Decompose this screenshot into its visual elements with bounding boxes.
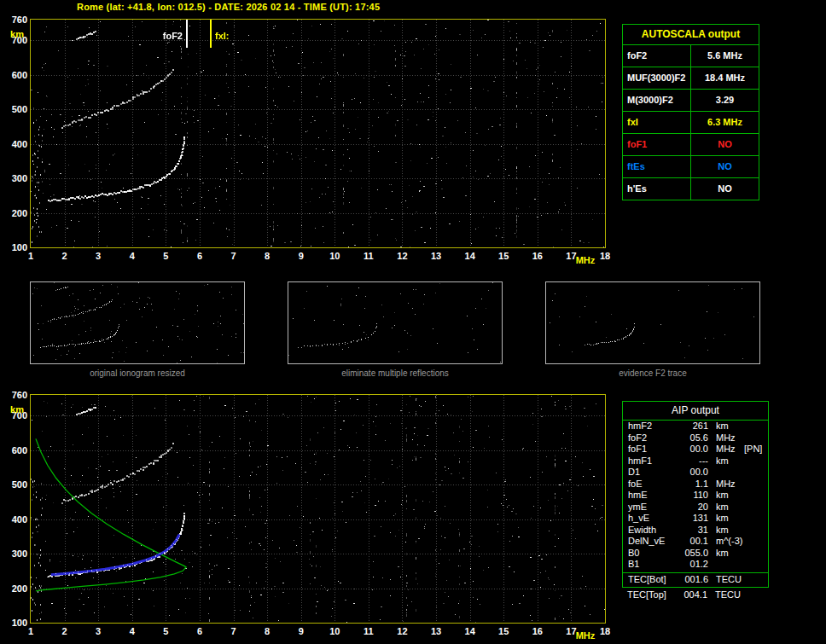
aip-cell: MHz	[708, 432, 744, 444]
autoscala-table-rows: foF25.6 MHzMUF(3000)F218.4 MHzM(3000)F23…	[623, 44, 759, 200]
x-tick-label: 4	[123, 251, 142, 261]
aip-output-table: AIP output hmF2261kmfoF205.6MHzfoF100.0M…	[622, 401, 769, 588]
aip-cell: foF2	[628, 432, 679, 444]
autoscala-table-header: AUTOSCALA output	[623, 25, 759, 44]
y-tick-label: 300	[4, 173, 27, 183]
fxi-marker-label: fxI:	[215, 31, 230, 41]
aip-cell: km	[708, 513, 744, 525]
aip-cell: ---	[679, 455, 708, 467]
autoscala-row-MUF(3000)F2: MUF(3000)F218.4 MHz	[623, 67, 759, 89]
autoscala-row-label: h'Es	[623, 178, 691, 200]
aip-cell: [PN]	[744, 444, 768, 455]
autoscala-row-value: NO	[691, 156, 759, 177]
x-tick-label: 3	[89, 626, 108, 636]
page-title: Rome (lat: +41.8, lon: 012.5) - DATE: 20…	[77, 2, 380, 12]
aip-row-TEC[Bot]: TEC[Bot]001.6TECU	[623, 574, 768, 586]
x-tick-label: 7	[224, 251, 243, 261]
x-tick-label: 18	[596, 251, 614, 261]
x-tick-label: 5	[156, 626, 175, 636]
autoscala-row-value: NO	[691, 134, 759, 155]
ionogram-canvas	[31, 20, 605, 247]
aip-tec-bot-row: TEC[Bot]001.6TECU	[623, 574, 768, 586]
aip-cell: MHz	[708, 479, 744, 490]
aip-cell: 01.2	[679, 559, 708, 571]
aip-cell: 05.6	[679, 432, 708, 444]
aip-cell	[743, 589, 769, 601]
aip-cell: TECU	[708, 574, 744, 586]
aip-cell: MHz	[708, 444, 744, 455]
aip-cell	[744, 432, 768, 444]
y-tick-label: 760	[4, 390, 27, 400]
aip-cell: 131	[679, 513, 708, 525]
aip-cell: hmE	[628, 490, 679, 502]
autoscala-screen: Rome (lat: +41.8, lon: 012.5) - DATE: 20…	[0, 0, 826, 644]
aip-cell	[744, 548, 768, 560]
x-tick-label: 16	[528, 251, 547, 261]
aip-cell	[744, 536, 768, 548]
x-tick-label: 15	[494, 626, 513, 636]
x-tick-label: 14	[461, 626, 480, 636]
y-tick-label: 500	[4, 479, 27, 490]
autoscala-row-label: foF2	[623, 45, 691, 67]
y-tick-label: 400	[4, 139, 27, 149]
aip-row-ymE: ymE20km	[623, 502, 768, 513]
aip-cell: km	[708, 421, 744, 432]
thumbnail-caption: eliminate multiple reflections	[288, 368, 503, 378]
aip-cell: ymE	[628, 502, 679, 513]
thumbnail-f2-trace	[545, 281, 760, 364]
aip-cell	[744, 559, 768, 571]
x-tick-label: 13	[427, 626, 445, 636]
x-tick-label: 6	[190, 251, 209, 261]
aip-cell: km	[708, 455, 744, 467]
aip-cell: km	[708, 502, 744, 513]
aip-cell	[744, 421, 768, 432]
x-tick-label: 2	[55, 626, 74, 636]
aip-row-DelN_vE: DelN_vE00.1m^(-3)	[623, 536, 768, 548]
aip-cell	[708, 559, 744, 571]
aip-cell: m^(-3)	[708, 536, 744, 548]
thumbnail-caption: original ionogram resized	[30, 368, 245, 378]
x-tick-label: 11	[359, 626, 378, 636]
autoscala-output-table: AUTOSCALA output foF25.6 MHzMUF(3000)F21…	[622, 24, 759, 200]
profile-plot-frame	[30, 394, 606, 624]
aip-cell: 20	[679, 502, 708, 513]
aip-cell	[744, 467, 768, 479]
autoscala-row-ftEs: ftEsNO	[623, 155, 759, 177]
aip-cell	[744, 479, 768, 490]
aip-cell: km	[708, 525, 744, 537]
autoscala-row-value: 6.3 MHz	[691, 112, 759, 133]
aip-table-header: AIP output	[623, 402, 768, 421]
aip-cell	[744, 455, 768, 467]
aip-cell: 261	[679, 421, 708, 432]
autoscala-row-value: 5.6 MHz	[691, 45, 759, 67]
thumbnail-reflections-canvas	[288, 282, 502, 363]
y-tick-label: 200	[4, 208, 27, 218]
aip-cell: TEC[Bot]	[628, 574, 679, 586]
autoscala-row-h'Es: h'EsNO	[623, 177, 759, 200]
aip-cell: km	[708, 548, 744, 560]
autoscala-row-label: foF1	[623, 134, 691, 155]
autoscala-row-fxI: fxI6.3 MHz	[623, 111, 759, 133]
y-tick-label: 760	[4, 15, 27, 25]
aip-cell: 004.1	[678, 589, 707, 601]
aip-cell: 001.6	[679, 574, 708, 586]
y-tick-label: 100	[4, 618, 27, 628]
aip-cell: 00.0	[679, 467, 708, 479]
aip-table-rows: hmF2261kmfoF205.6MHzfoF100.0MHz[PN]hmF1-…	[623, 421, 768, 571]
autoscala-row-foF2: foF25.6 MHz	[623, 44, 759, 67]
aip-cell	[744, 513, 768, 525]
x-tick-label: 9	[292, 626, 311, 636]
x-tick-label: 12	[393, 626, 411, 636]
aip-cell: B0	[628, 548, 679, 560]
y-tick-label: 600	[4, 445, 27, 455]
x-tick-label: 16	[528, 626, 547, 636]
y-tick-label: 400	[4, 514, 27, 525]
autoscala-row-value: 3.29	[691, 90, 759, 111]
profile-canvas	[31, 395, 605, 623]
aip-cell	[708, 467, 744, 479]
autoscala-row-label: MUF(3000)F2	[623, 67, 691, 89]
autoscala-row-value: NO	[691, 178, 759, 200]
y-tick-label: 300	[4, 548, 27, 559]
x-tick-label: 5	[156, 251, 175, 261]
thumbnail-f2-canvas	[546, 282, 759, 363]
